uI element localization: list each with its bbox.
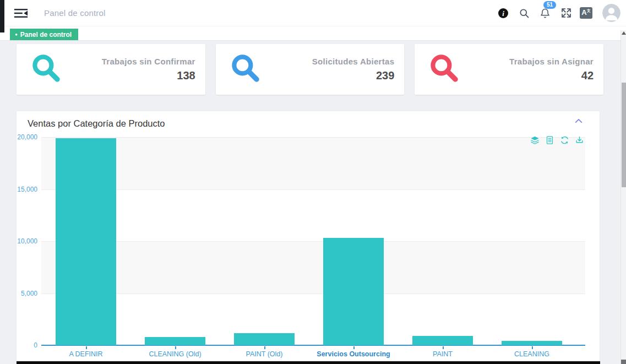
y-axis-tick-label: 5,000 <box>17 290 37 297</box>
stat-text: Trabajos sin Asignar 42 <box>509 57 594 82</box>
x-axis-category-label: CLEANING (Old) <box>130 350 220 358</box>
gridline <box>41 294 585 294</box>
plot-band <box>41 241 585 294</box>
plot-band <box>41 137 585 189</box>
x-axis-category-label: A DEFINIR <box>41 350 130 358</box>
search-icon[interactable] <box>517 6 531 20</box>
translate-icon[interactable]: A文 <box>580 7 592 19</box>
breadcrumb-chip[interactable]: ● Panel de control <box>10 29 78 40</box>
collapsed-sidebar-edge <box>0 0 4 32</box>
stat-cards-row: Trabajos sin Confirmar 138 Solicitudes A… <box>17 44 603 95</box>
navbar-actions: i 51 A文 <box>496 4 626 22</box>
bell-icon[interactable]: 51 <box>538 6 552 20</box>
gridline <box>41 137 585 138</box>
stat-title: Trabajos sin Confirmar <box>102 57 195 66</box>
search-icon <box>30 52 63 87</box>
stat-title: Solicitudes Abiertas <box>312 57 395 66</box>
x-axis-tick <box>353 346 355 349</box>
refresh-icon[interactable] <box>560 135 569 145</box>
chart-card: Ventas por Categoría de Producto <box>17 111 600 364</box>
breadcrumb-bar: ● Panel de control <box>0 26 626 41</box>
gridline <box>41 241 585 242</box>
page-title: Panel de control <box>44 8 106 18</box>
x-axis-tick <box>175 346 176 349</box>
chip-dot-icon: ● <box>15 32 18 37</box>
chart-toolbar <box>530 135 584 145</box>
notification-badge: 51 <box>543 1 556 9</box>
x-axis-category-label: PAINT <box>398 350 487 358</box>
navbar: Panel de control i 51 <box>0 0 626 26</box>
search-icon <box>428 52 461 87</box>
scrollbar-bottom-button[interactable] <box>621 360 626 364</box>
breadcrumb-chip-label: Panel de control <box>20 31 72 39</box>
download-icon[interactable] <box>575 135 584 145</box>
stat-value: 42 <box>509 69 594 82</box>
y-axis-tick-label: 10,000 <box>17 237 37 245</box>
plot-band <box>41 189 585 242</box>
plot-band <box>41 294 585 346</box>
chart-title: Ventas por Categoría de Producto <box>28 118 589 129</box>
stat-value: 138 <box>102 69 195 82</box>
gridline <box>41 189 585 190</box>
bar[interactable] <box>412 336 473 345</box>
chart-header: Ventas por Categoría de Producto <box>17 111 600 129</box>
fullscreen-icon[interactable] <box>559 6 573 20</box>
y-axis-tick-label: 0 <box>17 341 37 349</box>
window-bottom-edge <box>17 361 600 364</box>
scrollbar-thumb[interactable] <box>622 83 626 187</box>
stat-title: Trabajos sin Asignar <box>509 57 594 66</box>
bar[interactable] <box>145 337 205 345</box>
stat-card-solicitudes-abiertas[interactable]: Solicitudes Abiertas 239 <box>216 44 405 95</box>
avatar[interactable] <box>602 4 620 22</box>
x-axis-tick <box>264 346 265 349</box>
stack-layers-icon[interactable] <box>530 135 540 145</box>
x-axis-tick <box>86 346 87 349</box>
x-axis-category-label: CLEANING <box>487 350 576 358</box>
scrollbar-up-arrow-icon[interactable] <box>622 31 626 35</box>
bar[interactable] <box>234 333 295 345</box>
chart-plot: 05,00010,00015,00020,000A DEFINIRCLEANIN… <box>41 137 585 345</box>
data-view-icon[interactable] <box>545 135 554 145</box>
x-axis-category-label: PAINT (Old) <box>220 350 309 358</box>
y-axis-tick-label: 15,000 <box>17 186 37 193</box>
x-axis-tick <box>443 346 444 349</box>
stat-card-trabajos-sin-asignar[interactable]: Trabajos sin Asignar 42 <box>415 44 603 95</box>
bar[interactable] <box>56 138 116 345</box>
stat-text: Trabajos sin Confirmar 138 <box>102 57 195 82</box>
svg-text:i: i <box>502 9 504 17</box>
x-axis-category-label: Servicios Outsourcing <box>309 350 398 358</box>
y-axis-tick-label: 20,000 <box>17 133 37 141</box>
stat-value: 239 <box>312 69 395 82</box>
bar[interactable] <box>502 341 562 346</box>
vertical-scrollbar[interactable] <box>620 30 626 364</box>
search-icon <box>229 52 262 87</box>
menu-collapse-icon[interactable] <box>13 7 29 19</box>
info-icon[interactable]: i <box>496 6 510 20</box>
bar[interactable] <box>323 238 384 345</box>
stat-text: Solicitudes Abiertas 239 <box>312 57 395 82</box>
stat-card-trabajos-sin-confirmar[interactable]: Trabajos sin Confirmar 138 <box>17 44 205 95</box>
chevron-up-icon[interactable] <box>574 117 583 127</box>
x-axis-tick <box>532 346 533 349</box>
